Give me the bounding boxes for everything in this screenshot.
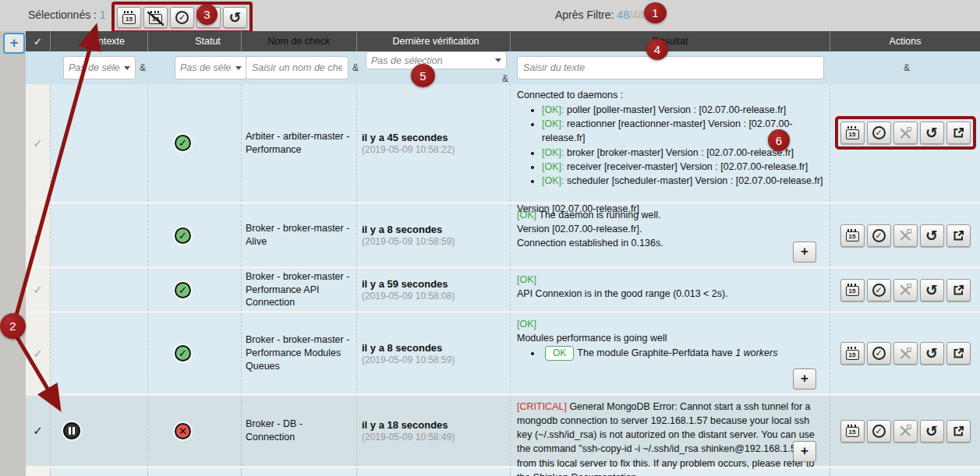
check-icon: ✓ — [33, 347, 43, 361]
check-row-broker-alive[interactable]: ✓ ✓ Broker - broker-master - Alive il y … — [26, 204, 980, 269]
last-check-cell: il y a 8 secondes (2019-05-09 10:58:59) — [357, 204, 511, 266]
row-export-button[interactable] — [946, 122, 971, 144]
actions-cell: 15 ✓ ↺ — [830, 84, 980, 202]
cancel-downtime-button[interactable]: 15 — [143, 7, 168, 28]
status-ok-icon: ✓ — [175, 282, 191, 298]
chevron-down-icon — [495, 58, 501, 62]
contexte-cell — [51, 84, 148, 202]
after-filter-total: /48 — [629, 9, 644, 21]
header-derniere-verification[interactable]: Dernière vérification — [357, 31, 511, 51]
check-name: Arbiter - arbiter-master - Performance — [242, 84, 357, 202]
check-row-broker-api-connection[interactable]: ✓ ✓ Broker - broker-master - Performance… — [26, 269, 980, 313]
row-downtime-button[interactable]: 15 — [840, 342, 865, 365]
statut-cell: ✓ — [148, 204, 242, 266]
filter-and-separator: & — [902, 62, 912, 73]
row-fix-button[interactable] — [893, 342, 918, 365]
row-recheck-button[interactable]: ↺ — [920, 342, 944, 365]
filter-statut-select[interactable]: Pas de sélection — [175, 56, 247, 79]
header-nom-de-check[interactable]: Nom de check — [242, 31, 357, 51]
contexte-cell — [51, 269, 148, 311]
row-recheck-button[interactable]: ↺ — [920, 279, 944, 301]
header-resultat[interactable]: Résultat — [511, 31, 830, 51]
table-body: ✓ ✓ Arbiter - arbiter-master - Performan… — [26, 84, 980, 476]
undo-icon: ↺ — [925, 125, 938, 140]
expand-result-button[interactable]: + — [793, 368, 816, 390]
header-contexte[interactable]: Contexte — [51, 31, 148, 51]
after-filter-value: 48 — [617, 9, 629, 21]
check-circle-icon: ✓ — [872, 126, 886, 139]
result-line: API Connexion is in the good range (0.01… — [517, 287, 823, 301]
filter-empty-cell — [26, 51, 51, 84]
row-checkbox[interactable]: ✓ — [26, 84, 51, 202]
filter-name-input[interactable] — [246, 56, 348, 79]
check-circle-icon: ✓ — [175, 11, 189, 24]
check-row-broker-modules-queues[interactable]: ✓ ✓ Broker - broker-master - Performance… — [26, 313, 980, 396]
expand-result-button[interactable]: + — [793, 242, 816, 263]
header-statut[interactable]: Statut — [148, 31, 242, 51]
last-check-timestamp: (2019-05-09 10:58:59) — [362, 354, 510, 365]
status-ok-icon: ✓ — [175, 135, 191, 151]
check-row-broker-db-connection[interactable]: ✓ ✕ Broker - DB - Connection il y a 18 s… — [26, 396, 980, 468]
filter-lastcheck-select[interactable]: Pas de sélection — [366, 51, 507, 69]
row-recheck-button[interactable]: ↺ — [920, 420, 944, 443]
module-list: OKThe module Graphite-Perfdata have 1 wo… — [517, 346, 823, 361]
acknowledge-button[interactable]: ✓ — [170, 7, 194, 28]
row-recheck-button[interactable]: ↺ — [920, 122, 944, 144]
row-acknowledge-button[interactable]: ✓ — [867, 279, 891, 301]
row-recheck-button[interactable]: ↺ — [920, 224, 944, 247]
check-circle-icon: ✓ — [872, 347, 886, 360]
tools-icon — [899, 347, 911, 360]
statut-cell: ✓ — [148, 269, 242, 311]
row-acknowledge-button[interactable]: ✓ — [867, 224, 891, 247]
last-check-relative: il y a 59 secondes — [362, 278, 510, 290]
row-fix-button[interactable] — [893, 420, 918, 443]
filter-result-input[interactable] — [517, 56, 824, 79]
row-fix-button[interactable] — [893, 279, 918, 301]
last-check-cell: il y a 18 secondes (2019-05-09 10:58:49) — [357, 396, 511, 466]
row-downtime-button[interactable]: 15 — [840, 224, 865, 247]
recheck-button[interactable]: ↺ — [223, 7, 247, 28]
row-fix-button[interactable] — [893, 122, 918, 144]
row-fix-button[interactable] — [893, 224, 918, 247]
result-status-tag: [OK] — [517, 273, 823, 287]
last-check-relative: il y a 18 secondes — [362, 419, 510, 431]
row-acknowledge-button[interactable]: ✓ — [867, 122, 891, 144]
row-export-button[interactable] — [946, 224, 971, 247]
check-name: Broker - broker-master - Performance API… — [242, 269, 357, 311]
row-checkbox[interactable]: ✓ — [26, 204, 51, 266]
chevron-down-icon — [124, 66, 130, 70]
row-acknowledge-button[interactable]: ✓ — [867, 342, 891, 365]
calendar-icon: 15 — [122, 14, 136, 24]
row-export-button[interactable] — [946, 279, 971, 301]
expand-result-button[interactable]: + — [793, 441, 816, 462]
undo-icon: ↺ — [925, 283, 938, 298]
result-cell: [OK] The daemon is running well. Version… — [511, 204, 830, 266]
row-checkbox-checked[interactable]: ✓ — [26, 396, 51, 466]
row-export-button[interactable] — [946, 342, 971, 365]
result-intro: Connected to daemons : — [517, 88, 823, 102]
row-downtime-button[interactable]: 15 — [840, 279, 865, 301]
result-cell: [CRITICAL] General MongoDB Error: Cannot… — [511, 396, 830, 466]
row-checkbox[interactable]: ✓ — [26, 269, 51, 311]
header-select-all[interactable]: ✓ — [26, 31, 51, 51]
checks-table: ✓ Contexte Statut Nom de check Dernière … — [26, 31, 980, 476]
row-downtime-button[interactable]: 15 — [840, 420, 865, 443]
calendar-icon: 15 — [846, 231, 859, 242]
undo-icon: ↺ — [925, 424, 938, 439]
row-checkbox[interactable]: ✓ — [26, 313, 51, 393]
export-icon — [953, 284, 964, 296]
result-text: [CRITICAL] General MongoDB Error: Cannot… — [517, 400, 823, 476]
row-export-button[interactable] — [946, 420, 971, 443]
row-acknowledge-button[interactable]: ✓ — [867, 420, 891, 443]
export-icon — [953, 425, 964, 437]
selected-count: 1 — [100, 9, 106, 21]
filter-contexte-select[interactable]: Pas de sélection — [63, 56, 136, 79]
tools-icon — [899, 284, 911, 296]
last-check-timestamp: (2019-05-09 10:58:08) — [362, 291, 510, 301]
schedule-downtime-button[interactable]: 15 — [117, 7, 141, 28]
add-check-button[interactable]: + — [3, 33, 25, 54]
row-downtime-button[interactable]: 15 — [840, 122, 865, 144]
downtime-pause-icon — [63, 422, 80, 439]
selected-counter: Sélectionnés : 1 — [28, 9, 106, 21]
check-row-arbiter-performance[interactable]: ✓ ✓ Arbiter - arbiter-master - Performan… — [26, 84, 980, 204]
